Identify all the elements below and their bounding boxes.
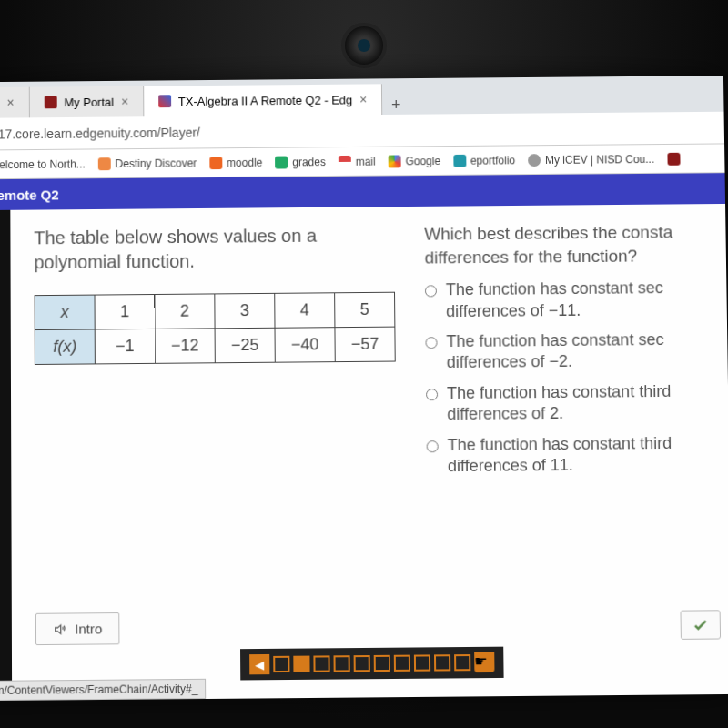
close-icon[interactable]: × — [121, 95, 128, 109]
intro-label: Intro — [75, 621, 102, 636]
app-title: A Remote Q2 — [0, 187, 59, 203]
close-icon[interactable]: × — [6, 96, 14, 110]
grades-icon — [275, 156, 288, 168]
content-area: The table below shows values on a polyno… — [10, 204, 728, 701]
cell: 3 — [215, 293, 275, 328]
progress-step-3[interactable] — [313, 655, 329, 672]
bookmark-google[interactable]: Google — [389, 155, 441, 167]
option-3[interactable]: The function has constant third differen… — [426, 380, 720, 426]
tab-label: TX-Algebra II A Remote Q2 - Edg — [178, 93, 352, 108]
tab-label: My Portal — [64, 95, 114, 108]
new-tab-button[interactable]: + — [382, 96, 410, 115]
bookmark-eportfolio[interactable]: eportfolio — [453, 154, 515, 167]
portal-icon — [44, 96, 56, 108]
progress-step-7[interactable] — [394, 655, 410, 672]
check-icon — [692, 615, 710, 633]
header-x: x — [35, 295, 95, 329]
radio-1[interactable] — [425, 285, 437, 298]
cell: 2 — [155, 294, 215, 329]
option-1[interactable]: The function has constant sec difference… — [425, 278, 718, 322]
cell: −1 — [95, 329, 155, 364]
option-4[interactable]: The function has constant third differen… — [427, 432, 721, 478]
tab-algebra[interactable]: TX-Algebra II A Remote Q2 - Edg × — [144, 84, 382, 116]
bookmark-destiny[interactable]: Destiny Discover — [98, 157, 197, 170]
status-bar: ty.com/ContentViewers/FrameChain/Activit… — [0, 679, 207, 702]
progress-step-4[interactable] — [334, 655, 350, 672]
radio-3[interactable] — [426, 388, 438, 401]
radio-2[interactable] — [425, 336, 437, 349]
prev-button[interactable]: ◀ — [249, 654, 269, 674]
progress-strip: ◀ ☛ — [240, 647, 504, 681]
progress-step-8[interactable] — [414, 654, 430, 671]
bookmark-moodle[interactable]: moodle — [209, 156, 262, 168]
radio-4[interactable] — [427, 440, 439, 453]
tab-myportal[interactable]: My Portal × — [30, 86, 145, 118]
moodle-icon — [209, 157, 222, 169]
collapse-button[interactable] — [0, 309, 2, 339]
option-2[interactable]: The function has constant sec difference… — [425, 329, 718, 375]
bookmark-more[interactable] — [667, 152, 680, 165]
question-heading: Which best describes the constadifferenc… — [424, 220, 717, 269]
next-button[interactable]: ☛ — [474, 652, 494, 672]
gmail-icon — [339, 155, 351, 167]
progress-step-1[interactable] — [273, 656, 289, 672]
tab-odle[interactable]: odle × — [0, 87, 30, 118]
eportfolio-icon — [453, 154, 466, 167]
icev-icon — [528, 154, 541, 167]
progress-step-6[interactable] — [374, 655, 390, 672]
cell: −25 — [215, 328, 275, 363]
laptop-camera — [341, 23, 387, 68]
close-icon[interactable]: × — [359, 92, 367, 106]
progress-step-10[interactable] — [454, 654, 470, 671]
cell: 5 — [335, 292, 395, 327]
cell: −40 — [275, 328, 335, 363]
edgenuity-icon — [158, 95, 171, 107]
answer-options: The function has constant sec difference… — [425, 278, 721, 478]
prompt-text: The table below shows values on a polyno… — [34, 223, 397, 275]
headphones-button[interactable] — [0, 219, 1, 248]
bookmark-mail[interactable]: mail — [339, 155, 376, 167]
submit-button[interactable] — [680, 610, 721, 640]
speaker-icon — [53, 622, 67, 636]
destiny-icon — [98, 157, 111, 170]
calculator-button[interactable] — [0, 265, 2, 294]
bookmark-welcome[interactable]: Welcome to North... — [0, 157, 86, 171]
cell: −57 — [335, 327, 395, 362]
progress-step-2-current[interactable] — [293, 656, 309, 672]
cell: −12 — [155, 329, 215, 364]
laptop-screen: odle × My Portal × TX-Algebra II A Remot… — [0, 76, 728, 701]
bookmark-grades[interactable]: grades — [275, 156, 326, 168]
url-text: r17.core.learn.edgenuity.com/Player/ — [0, 125, 200, 141]
intro-button[interactable]: Intro — [35, 612, 120, 645]
header-fx: f(x) — [35, 329, 95, 365]
progress-step-9[interactable] — [434, 654, 450, 671]
cell: 4 — [275, 293, 335, 328]
progress-step-5[interactable] — [354, 655, 370, 672]
data-table: x 1 2 3 4 5 f(x) −1 −12 −2 — [35, 292, 396, 365]
google-icon — [389, 155, 401, 167]
cell: 1 — [95, 294, 155, 329]
bookmark-icev[interactable]: My iCEV | NISD Cou... — [528, 153, 654, 167]
more-icon — [667, 152, 680, 165]
